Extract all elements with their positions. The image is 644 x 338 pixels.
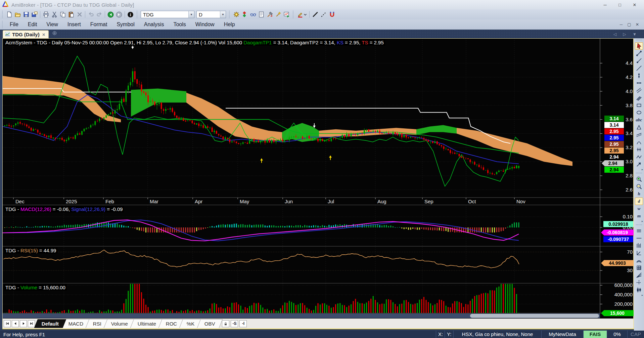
interval-hourly-button[interactable]: h	[635, 190, 643, 198]
menu-help[interactable]: Help	[219, 19, 240, 30]
select-pointer-tool[interactable]	[635, 42, 643, 50]
menu-format[interactable]: Format	[86, 19, 112, 30]
close-tab-icon[interactable]: ×	[42, 32, 46, 37]
toolbar-grip[interactable]	[293, 11, 294, 18]
interval-combo-dropdown-icon[interactable]: ▼	[220, 11, 226, 18]
arrow-tool[interactable]	[635, 161, 643, 168]
chart-scrollbar-thumb[interactable]	[470, 314, 599, 318]
mdi-minimize-button[interactable]: ─	[617, 22, 625, 27]
parameters-gear-button[interactable]	[232, 10, 240, 18]
status-database-name[interactable]: MyNewData	[541, 331, 583, 338]
interval-daily-button[interactable]: d	[635, 198, 643, 205]
angle-tool[interactable]	[635, 249, 643, 257]
new-chart-button[interactable]	[282, 10, 291, 18]
magnet-snap-button[interactable]	[328, 10, 336, 18]
mdi-restore-button[interactable]: ▢	[625, 22, 633, 27]
chart-canvas[interactable]: Dec2025FebMarAprMayJunJulAugSepOctNov	[0, 38, 634, 319]
menu-edit[interactable]: Edit	[23, 19, 42, 30]
sheet-tab-obv[interactable]: OBV	[197, 319, 223, 328]
chart-menu-button[interactable]	[635, 227, 643, 235]
fib-arc-tool[interactable]	[635, 257, 643, 264]
document-tab[interactable]: TDG (Daily) ×	[3, 30, 49, 38]
lock-scroll-button[interactable]	[222, 320, 229, 327]
new-document-button[interactable]	[5, 10, 13, 18]
zigzag-tool[interactable]	[635, 153, 643, 161]
interval-monthly-button[interactable]: m	[635, 212, 643, 220]
commentary-button[interactable]	[257, 10, 266, 18]
triangle-tool[interactable]	[635, 124, 643, 131]
rectangle-tool[interactable]	[635, 101, 643, 109]
ellipse-tool[interactable]	[635, 109, 643, 116]
toolbar-grip[interactable]	[2, 11, 4, 18]
menu-insert[interactable]: Insert	[63, 19, 86, 30]
interval-combo[interactable]: D ▼	[196, 11, 226, 18]
menu-symbol[interactable]: Symbol	[112, 19, 139, 30]
minimize-button[interactable]: ─	[598, 0, 612, 9]
candle-style-button[interactable]	[635, 286, 643, 294]
rail-overflow-icon[interactable]: ▸	[634, 168, 644, 171]
menu-window[interactable]: Window	[191, 19, 219, 30]
pitchfork-tool[interactable]	[635, 94, 643, 101]
maximize-button[interactable]: □	[612, 0, 627, 9]
zoom-out-button[interactable]	[635, 183, 643, 190]
open-file-button[interactable]	[13, 10, 22, 18]
mdi-close-button[interactable]: ✕	[633, 22, 641, 27]
copy-button[interactable]	[58, 10, 67, 18]
redo-button[interactable]	[95, 10, 103, 18]
interval-weekly-button[interactable]: w	[635, 205, 643, 212]
sheet-tab-default[interactable]: Default	[34, 319, 66, 328]
rail-grip[interactable]	[636, 173, 642, 174]
sheet-last-button[interactable]	[28, 320, 35, 327]
undo-button[interactable]	[87, 10, 95, 18]
menu-view[interactable]: View	[42, 19, 62, 30]
sheet-prev-button[interactable]	[12, 320, 19, 327]
rail-overflow-icon[interactable]: ▸	[634, 220, 644, 223]
trendline-tool[interactable]	[635, 50, 643, 57]
toolbar-grip[interactable]	[137, 11, 138, 18]
channel-tool[interactable]	[635, 131, 643, 138]
line-style-button[interactable]	[635, 235, 643, 242]
fib-fan-tool[interactable]	[635, 271, 643, 279]
draw-pencil-button[interactable]	[296, 10, 308, 18]
back-button[interactable]	[106, 10, 115, 18]
vertical-line-tool[interactable]	[635, 72, 643, 79]
sheet-first-button[interactable]	[4, 320, 11, 327]
forward-button[interactable]	[115, 10, 123, 18]
explore-button[interactable]	[240, 10, 249, 18]
close-button[interactable]: ✕	[627, 0, 642, 9]
chart-window[interactable]: Dec2025FebMarAprMayJunJulAugSepOctNov	[0, 38, 634, 319]
delete-button[interactable]	[75, 10, 84, 18]
extended-line-tool[interactable]	[635, 65, 643, 72]
dashed-line-tool-button[interactable]	[319, 10, 328, 18]
sheet-next-button[interactable]	[20, 320, 27, 327]
text-tool[interactable]: abc	[635, 116, 643, 124]
parallel-lines-tool[interactable]	[635, 87, 643, 94]
save-button[interactable]	[22, 10, 30, 18]
tab-scroll-icons[interactable]: ◁ ▷ ▼	[613, 32, 639, 37]
toolbar-grip[interactable]	[229, 11, 231, 18]
symbol-combo-dropdown-icon[interactable]: ▼	[188, 11, 194, 18]
rail-overflow-icon[interactable]: ▸	[634, 294, 644, 297]
line-tool-button[interactable]	[311, 10, 319, 18]
print-button[interactable]	[42, 10, 50, 18]
menu-file[interactable]: File	[5, 19, 23, 30]
symbol-combo[interactable]: TDG ▼	[141, 11, 194, 18]
scan-glasses-button[interactable]	[249, 10, 257, 18]
gann-tool[interactable]	[635, 146, 643, 153]
horizontal-line-tool[interactable]	[635, 79, 643, 87]
menubar-grip[interactable]	[2, 21, 4, 28]
scale-toggle-button[interactable]: -S	[231, 320, 238, 327]
rail-grip[interactable]	[636, 40, 642, 41]
rail-grip[interactable]	[636, 224, 642, 226]
paste-button[interactable]	[67, 10, 75, 18]
info-button[interactable]: i	[126, 10, 135, 18]
arc-tool[interactable]	[635, 138, 643, 146]
new-tab-icon[interactable]	[52, 31, 57, 37]
bar-style-button[interactable]	[635, 242, 643, 249]
grid-toggle-button[interactable]	[635, 264, 643, 271]
cut-button[interactable]	[50, 10, 58, 18]
analysis-hammer-button[interactable]	[266, 10, 274, 18]
zoom-in-button[interactable]	[635, 175, 643, 183]
menu-analysis[interactable]: Analysis	[139, 19, 169, 30]
interval-toggle-button[interactable]: -I	[239, 320, 247, 327]
